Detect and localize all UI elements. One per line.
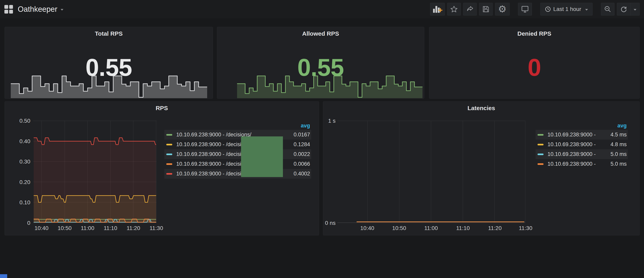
chevron-down-icon: [634, 9, 636, 10]
y-tick-label: 0.10: [20, 199, 30, 206]
series-label[interactable]: 10.10.69.238:9000 - p100: [548, 161, 597, 167]
y-axis: 1 s0 ns: [323, 102, 336, 235]
x-tick-label: 11:20: [126, 225, 140, 231]
y-tick-label: 0 ns: [325, 220, 336, 226]
legend-row[interactable]: 10.10.69.238:9000 - /decisions/0.1284: [164, 140, 311, 149]
denied-rps-panel: Denied RPS 0: [429, 27, 640, 99]
chevron-down-icon: [60, 9, 64, 10]
series-color-dash: [166, 163, 172, 165]
x-tick-label: 10:40: [34, 225, 48, 231]
stat-value: 0.55: [217, 54, 424, 81]
y-tick-label: 0.50: [20, 118, 30, 124]
legend-row[interactable]: 10.10.69.238:9000 - /decisions/0.0022: [164, 149, 311, 159]
total-rps-panel: Total RPS 0.55: [4, 27, 213, 99]
rps-panel: RPS 0.500.400.300.200.100 10:4010:5011:0…: [4, 101, 319, 235]
series-avg-value: 5.0 ms: [597, 151, 627, 157]
series-color-dash: [538, 154, 544, 155]
y-tick-label: 0.40: [20, 138, 30, 145]
series-color-dash: [166, 173, 172, 175]
corner-artifact: [0, 274, 7, 278]
legend-row[interactable]: 10.10.69.238:9000 - p995.0 ms: [536, 149, 628, 159]
clock-icon: [545, 6, 551, 12]
stat-value: 0: [429, 54, 640, 81]
legend-row[interactable]: 10.10.69.238:9000 - p954.8 ms: [536, 140, 628, 149]
add-panel-button[interactable]: +: [430, 3, 445, 15]
series-avg-value: 5.0 ms: [597, 161, 627, 167]
time-range-picker[interactable]: Last 1 hour: [540, 3, 592, 15]
panel-title[interactable]: Latencies: [323, 105, 640, 111]
green-overlay-box: [241, 136, 283, 177]
x-tick-label: 10:50: [58, 225, 72, 231]
legend-row[interactable]: 10.10.69.238:9000 - /decisions/0.0066: [164, 159, 311, 169]
dashboard-title[interactable]: Oathkeeper: [18, 5, 58, 13]
stat-value: 0.55: [5, 54, 213, 81]
series-avg-value: 4.8 ms: [597, 141, 627, 148]
latencies-panel: Latencies 1 s0 ns 10:4010:5011:0011:1011…: [323, 101, 640, 235]
series-label[interactable]: 10.10.69.238:9000 - p99: [548, 151, 597, 157]
series-avg-value: 0.0066: [280, 161, 310, 167]
x-tick-label: 11:30: [519, 225, 532, 231]
share-button[interactable]: [463, 3, 477, 15]
legend-row[interactable]: 10.10.69.238:9000 - /decisions/0.4002: [164, 169, 311, 179]
series-color-dash: [538, 134, 544, 136]
dashboard-nav: Oathkeeper: [4, 5, 64, 13]
chevron-down-icon: [585, 9, 588, 10]
series-label[interactable]: 10.10.69.238:9000 - p95: [548, 141, 597, 148]
series-color-dash: [166, 144, 172, 145]
y-tick-label: 0: [27, 220, 30, 226]
gear-icon: ⚙: [498, 4, 507, 14]
legend-avg-header[interactable]: avg: [536, 121, 628, 130]
y-tick-label: 0.20: [20, 179, 30, 185]
x-tick-label: 11:00: [81, 225, 94, 231]
panel-title[interactable]: Total RPS: [5, 30, 213, 37]
save-icon: [482, 5, 490, 13]
monitor-icon: [521, 5, 529, 13]
x-tick-label: 11:20: [488, 225, 502, 231]
series-color-dash: [538, 163, 544, 165]
legend-avg-header[interactable]: avg: [164, 121, 311, 130]
toolbar: + ⚙ Last 1 hour: [428, 3, 640, 15]
search-minus-icon: [604, 5, 612, 13]
series-color-dash: [166, 134, 172, 136]
y-tick-label: 0.30: [20, 159, 30, 165]
legend: avg 10.10.69.238:9000 - p904.5 ms10.10.6…: [536, 121, 628, 169]
series-color-dash: [538, 144, 544, 145]
series-avg-value: 0.0167: [280, 132, 310, 138]
panel-title[interactable]: Denied RPS: [429, 30, 640, 37]
x-tick-label: 11:10: [104, 225, 117, 231]
zoom-out-button[interactable]: [601, 3, 614, 15]
star-button[interactable]: [447, 3, 461, 15]
series-avg-value: 0.4002: [280, 171, 310, 177]
series-avg-value: 4.5 ms: [597, 132, 627, 138]
series-color-dash: [166, 154, 172, 155]
time-range-label: Last 1 hour: [553, 6, 581, 12]
star-icon: [450, 5, 458, 13]
refresh-button[interactable]: [617, 3, 630, 15]
refresh-interval-button[interactable]: [630, 3, 640, 15]
series-avg-value: 0.0022: [280, 151, 310, 157]
allowed-rps-panel: Allowed RPS 0.55: [217, 27, 424, 99]
navbar: Oathkeeper + ⚙ Last 1 hour: [0, 0, 644, 18]
x-tick-label: 11:10: [456, 225, 470, 231]
panel-title[interactable]: RPS: [5, 105, 319, 111]
panel-title[interactable]: Allowed RPS: [217, 30, 424, 37]
settings-button[interactable]: ⚙: [495, 3, 510, 15]
legend-row[interactable]: 10.10.69.238:9000 - p1005.0 ms: [536, 159, 628, 169]
legend-row[interactable]: 10.10.69.238:9000 - /decisions/0.0167: [164, 130, 311, 140]
x-tick-label: 10:50: [392, 225, 406, 231]
legend-row[interactable]: 10.10.69.238:9000 - p904.5 ms: [536, 130, 628, 140]
y-tick-label: 1 s: [328, 118, 336, 124]
legend: avg 10.10.69.238:9000 - /decisions/0.016…: [164, 121, 311, 179]
series-avg-value: 0.1284: [280, 141, 310, 148]
x-tick-label: 10:40: [360, 225, 374, 231]
x-tick-label: 11:00: [424, 225, 438, 231]
x-tick-label: 11:30: [150, 225, 163, 231]
dashboards-grid-icon[interactable]: [4, 5, 13, 13]
y-axis: 0.500.400.300.200.100: [11, 102, 30, 235]
add-panel-icon: +: [433, 5, 442, 13]
cycle-view-button[interactable]: [518, 3, 532, 15]
series-label[interactable]: 10.10.69.238:9000 - p90: [548, 132, 597, 138]
save-button[interactable]: [479, 3, 493, 15]
refresh-icon: [620, 5, 628, 13]
share-icon: [466, 5, 474, 13]
